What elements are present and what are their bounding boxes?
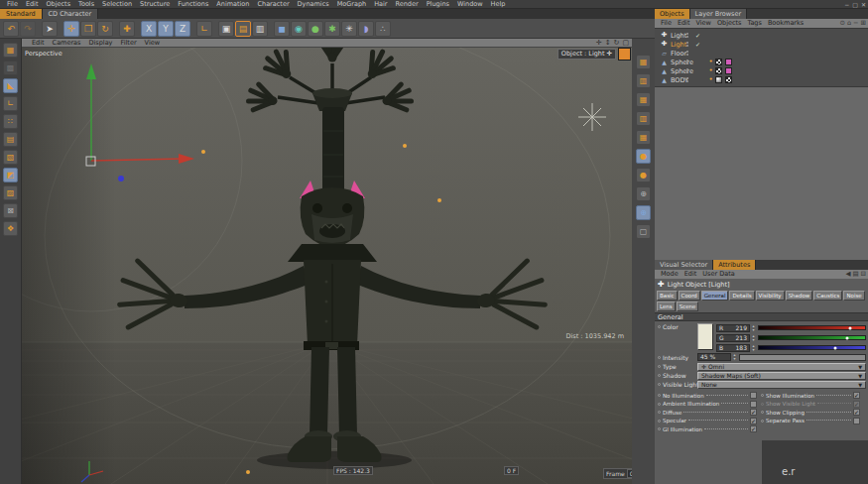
viewport-layout-2-button[interactable]: ▥ [636, 73, 651, 88]
color-swatch[interactable] [697, 323, 713, 350]
point-mode-button[interactable]: ∷ [3, 114, 18, 129]
atab-noise[interactable]: Noise [843, 291, 864, 301]
stepper-icon[interactable]: ▴▾ [751, 344, 756, 352]
menu-item[interactable]: Window [453, 0, 487, 9]
last-tool-button[interactable]: ✚ [119, 21, 135, 37]
attribute-menu-item[interactable]: Mode [658, 270, 682, 279]
edge-mode-button[interactable]: ▤ [3, 132, 18, 147]
stepper-icon[interactable]: ▴▾ [751, 334, 756, 342]
toggle-view-button[interactable]: ▢ [622, 39, 629, 48]
search-icon[interactable]: ⊙ [840, 19, 845, 28]
checkbox[interactable]: ✓ [853, 409, 860, 416]
key-dot-icon[interactable] [658, 394, 661, 397]
close-window-button[interactable]: ✕ [861, 0, 866, 9]
atab-scene[interactable]: Scene [677, 302, 699, 311]
stepper-icon[interactable]: ▴▾ [751, 324, 756, 332]
render-settings-button[interactable]: ▤ [235, 21, 251, 37]
render-region-button[interactable]: ● [636, 168, 651, 182]
tab-visual-selector[interactable]: Visual Selector [655, 260, 713, 270]
attribute-menu-item[interactable]: Edit [682, 270, 700, 279]
add-modeling-button[interactable]: ✱ [324, 21, 340, 37]
checkbox[interactable]: ✓ [750, 409, 757, 416]
viewport-menu-item[interactable]: Filter [116, 39, 140, 48]
rotate-view-button[interactable]: ↻ [614, 39, 620, 48]
type-dropdown[interactable]: ✛ Omni ▼ [697, 363, 866, 371]
visibility-toggles[interactable] [686, 76, 688, 83]
checkbox[interactable] [750, 401, 757, 408]
render-queue-button[interactable]: ▥ [252, 21, 268, 37]
channel-slider[interactable] [758, 325, 866, 330]
render-view-button[interactable]: ▣ [218, 21, 234, 37]
viewport-menu-item[interactable]: Display [85, 39, 117, 48]
selection-dot-icon[interactable]: • [708, 76, 713, 83]
menu-item[interactable]: File [3, 0, 22, 9]
add-array-button[interactable]: ✳ [341, 21, 357, 37]
checkbox[interactable]: ✓ [750, 418, 757, 424]
lock-z-axis-button[interactable]: Z [175, 21, 190, 37]
object-row-floor[interactable]: ▱ Floor [655, 49, 868, 58]
viewport-menu-item[interactable]: Cameras [49, 39, 85, 48]
object-list-empty-area[interactable] [655, 87, 868, 262]
live-selection-button[interactable]: ➤ [42, 21, 58, 37]
attribute-menu-item[interactable]: User Data [699, 270, 737, 279]
model-mode-button[interactable]: ∟ [3, 96, 18, 111]
object-manager-menu-item[interactable]: Objects [714, 19, 745, 28]
atab-coord[interactable]: Coord [679, 291, 700, 301]
slider-handle[interactable] [846, 336, 849, 339]
rotate-tool-button[interactable]: ↻ [97, 21, 113, 37]
key-dot-icon[interactable] [658, 365, 661, 368]
tab-attributes[interactable]: Attributes [713, 260, 756, 270]
lock-mode-button[interactable]: ⊠ [3, 203, 18, 218]
material-tag-pink-icon[interactable] [725, 67, 732, 74]
visibility-toggles[interactable] [686, 41, 688, 48]
checkbox[interactable] [853, 418, 860, 424]
menu-item[interactable]: Dynamics [294, 0, 333, 9]
viewport-layout-5-button[interactable]: ▦ [636, 130, 651, 145]
expression-tag-icon[interactable]: ✓ [694, 41, 701, 48]
channel-value-field[interactable]: R219 [716, 324, 750, 332]
uvw-tag-icon[interactable] [715, 67, 722, 74]
render-preview-button[interactable]: ● [636, 149, 651, 164]
key-dot-icon[interactable] [761, 394, 764, 397]
object-row-light-selected[interactable]: ✚ Light ✓ [655, 40, 868, 49]
globe-icon[interactable]: ⊕ [636, 186, 651, 201]
viewport-menu-item[interactable]: View [141, 39, 164, 48]
polygon-mode-button[interactable]: ▧ [3, 150, 18, 165]
uvw-tag-icon[interactable] [725, 76, 732, 83]
active-color-swatch[interactable] [618, 48, 631, 60]
menu-item[interactable]: Functions [174, 0, 212, 9]
redo-button[interactable]: ↷ [20, 21, 36, 37]
wire-cube-icon[interactable]: ▢ [636, 224, 651, 239]
menu-item[interactable]: Plugins [423, 0, 453, 9]
key-dot-icon[interactable] [761, 403, 764, 406]
lock-y-axis-button[interactable]: Y [158, 21, 174, 37]
add-sphere-button[interactable]: ● [308, 21, 323, 37]
add-cube-button[interactable]: ◼ [274, 21, 290, 37]
menu-item[interactable]: Help [487, 0, 510, 9]
lock-x-axis-button[interactable]: X [141, 21, 157, 37]
shadow-dropdown[interactable]: Shadow Maps (Soft) ▼ [697, 372, 866, 380]
back-arrow-icon[interactable]: ◀ [845, 270, 850, 279]
move-tool-button[interactable]: ✛ [63, 21, 79, 37]
add-camera-button[interactable]: ◗ [358, 21, 374, 37]
tab-standard[interactable]: Standard [0, 9, 43, 19]
disabled-palette-icon[interactable]: ▩ [3, 60, 18, 75]
atab-basic[interactable]: Basic [657, 291, 678, 301]
expression-tag-icon[interactable]: ✓ [694, 32, 701, 39]
key-dot-icon[interactable] [658, 411, 661, 414]
visibility-toggles[interactable] [686, 67, 688, 74]
checkbox[interactable]: ✓ [750, 425, 757, 432]
panel-layout-icon[interactable]: ⊞ [861, 19, 866, 28]
atab-general[interactable]: General [701, 291, 729, 301]
key-dot-icon[interactable] [658, 427, 661, 430]
menu-item[interactable]: Objects [42, 0, 74, 9]
make-editable-button[interactable]: ◣ [3, 78, 18, 93]
uvw-tag-icon[interactable] [715, 59, 722, 65]
menu-item[interactable]: Structure [136, 0, 174, 9]
add-nurbs-button[interactable]: ◉ [291, 21, 307, 37]
object-manager-menu-item[interactable]: Edit [675, 19, 693, 28]
visibility-toggles[interactable] [686, 50, 688, 57]
menu-item[interactable]: Animation [212, 0, 253, 9]
key-dot-icon[interactable] [658, 383, 661, 386]
viewport-layout-4-button[interactable]: ▥ [636, 111, 651, 126]
